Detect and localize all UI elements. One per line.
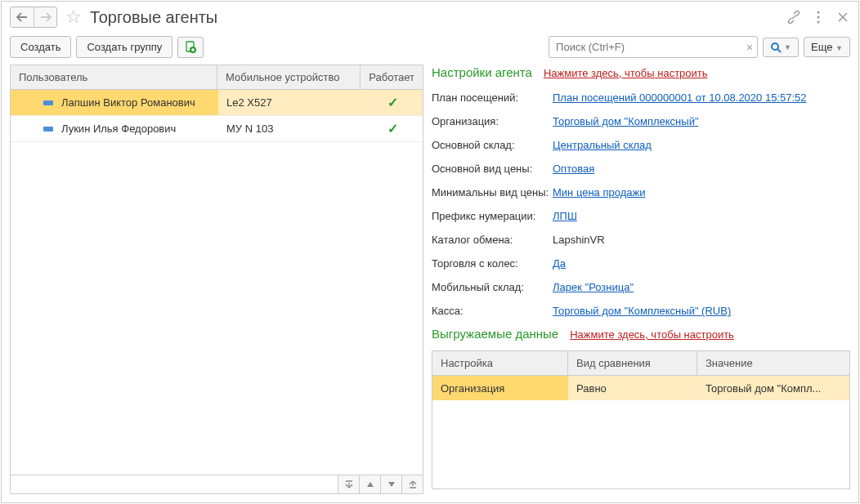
property-label: План посещений:	[432, 91, 553, 104]
property-value[interactable]: Торговый дом "Комплексный"	[553, 115, 699, 127]
search-icon	[770, 42, 782, 53]
table-row[interactable]: Лапшин Виктор РомановичLe2 X527✓	[11, 90, 423, 116]
column-header-device[interactable]: Мобильное устройство	[217, 65, 361, 89]
column-header-user[interactable]: Пользователь	[11, 65, 217, 89]
export-column-value[interactable]: Значение	[697, 351, 849, 375]
create-group-button[interactable]: Создать группу	[76, 36, 172, 58]
property-row: Основной склад:Центральный склад	[432, 133, 850, 157]
check-icon: ✓	[387, 96, 398, 109]
property-row: Минимальны вид цены:Мин цена продажи	[432, 181, 850, 204]
search-box: ×	[549, 36, 758, 58]
property-value[interactable]: Оптовая	[553, 163, 594, 175]
search-input[interactable]	[549, 36, 758, 58]
property-value[interactable]: Мин цена продажи	[553, 186, 645, 198]
agent-settings-configure-link[interactable]: Нажмите здесь, чтобы настроить	[544, 67, 708, 79]
search-clear-icon[interactable]: ×	[746, 41, 753, 54]
arrow-left-icon	[16, 12, 28, 22]
table-nav-up[interactable]	[359, 475, 380, 493]
property-label: Касса:	[432, 305, 553, 317]
user-name: Лапшин Виктор Романович	[61, 96, 195, 109]
caret-down-icon: ▼	[835, 44, 843, 52]
property-row: Касса:Торговый дом "Комплексный" (RUB)	[432, 299, 850, 323]
property-value[interactable]: Центральный склад	[553, 139, 652, 151]
page-title: Торговые агенты	[90, 8, 782, 27]
table-row[interactable]: Лукин Илья ФедоровичМУ N 103✓	[11, 116, 423, 142]
property-value[interactable]: Торговый дом "Комплексный" (RUB)	[553, 305, 731, 317]
svg-point-1	[817, 16, 820, 19]
export-compare: Равно	[568, 376, 697, 400]
agents-table: Пользователь Мобильное устройство Работа…	[10, 65, 423, 494]
export-table: Настройка Вид сравнения Значение Организ…	[432, 350, 850, 489]
caret-down-icon: ▼	[784, 43, 791, 51]
triangle-down-icon	[388, 482, 395, 487]
document-plus-icon	[184, 41, 197, 54]
property-label: Основной вид цены:	[432, 163, 553, 175]
svg-point-0	[817, 11, 820, 14]
export-data-title: Выгружаемые данные	[432, 327, 558, 341]
property-value[interactable]: ЛПШ	[553, 210, 577, 222]
property-value[interactable]: План посещений 000000001 от 10.08.2020 1…	[553, 91, 807, 104]
more-button[interactable]: Еще ▼	[804, 37, 850, 57]
export-column-setting[interactable]: Настройка	[432, 351, 568, 375]
agent-settings-title: Настройки агента	[432, 65, 532, 79]
property-row: Основной вид цены:Оптовая	[432, 157, 850, 181]
property-row: Мобильный склад:Ларек "Розница"	[432, 275, 850, 299]
property-label: Префикс нумерации:	[432, 210, 553, 222]
export-value: Торговый дом "Компл...	[697, 376, 849, 400]
user-name: Лукин Илья Федорович	[61, 123, 176, 135]
search-dropdown-button[interactable]: ▼	[763, 38, 799, 57]
triangle-up-icon	[367, 482, 374, 487]
table-nav-down[interactable]	[380, 475, 401, 493]
property-row: Префикс нумерации:ЛПШ	[432, 204, 850, 228]
device-name: МУ N 103	[218, 123, 362, 135]
property-label: Организация:	[432, 115, 553, 127]
device-name: Le2 X527	[218, 96, 362, 109]
property-label: Основной склад:	[432, 139, 553, 151]
property-row: Организация:Торговый дом "Комплексный"	[432, 109, 850, 133]
bar-up-icon	[345, 480, 353, 488]
property-value[interactable]: Ларек "Розница"	[553, 281, 634, 293]
property-value: LapshinVR	[553, 234, 605, 246]
property-row: Каталог обмена:LapshinVR	[432, 228, 850, 252]
property-value[interactable]: Да	[553, 257, 566, 270]
property-row: Торговля с колес:Да	[432, 252, 850, 275]
svg-point-2	[817, 21, 820, 24]
create-button[interactable]: Создать	[10, 36, 71, 58]
svg-point-5	[772, 43, 778, 50]
check-icon: ✓	[387, 122, 398, 136]
back-button[interactable]	[11, 7, 34, 27]
export-row[interactable]: ОрганизацияРавноТорговый дом "Компл...	[432, 376, 849, 400]
property-label: Мобильный склад:	[432, 281, 553, 293]
arrow-right-icon	[40, 12, 52, 22]
export-column-compare[interactable]: Вид сравнения	[568, 351, 697, 375]
table-nav-top[interactable]	[338, 475, 359, 493]
nav-buttons	[10, 7, 57, 28]
link-icon[interactable]	[786, 10, 801, 25]
bar-down-icon	[409, 480, 417, 488]
item-icon	[43, 100, 53, 105]
property-label: Каталог обмена:	[432, 234, 553, 246]
property-label: Минимальны вид цены:	[432, 186, 553, 198]
forward-button[interactable]	[34, 7, 56, 27]
document-plus-button[interactable]	[177, 37, 204, 58]
property-row: План посещений:План посещений 000000001 …	[432, 86, 850, 109]
close-icon[interactable]	[835, 10, 850, 25]
favorite-star-icon[interactable]: ☆	[62, 7, 85, 28]
export-setting: Организация	[432, 376, 568, 400]
table-nav-bottom[interactable]	[401, 475, 423, 493]
property-label: Торговля с колес:	[432, 257, 553, 270]
export-data-configure-link[interactable]: Нажмите здесь, чтобы настроить	[570, 328, 734, 341]
column-header-works[interactable]: Работает	[361, 65, 423, 89]
item-icon	[43, 127, 53, 132]
kebab-menu-icon[interactable]	[811, 10, 826, 25]
